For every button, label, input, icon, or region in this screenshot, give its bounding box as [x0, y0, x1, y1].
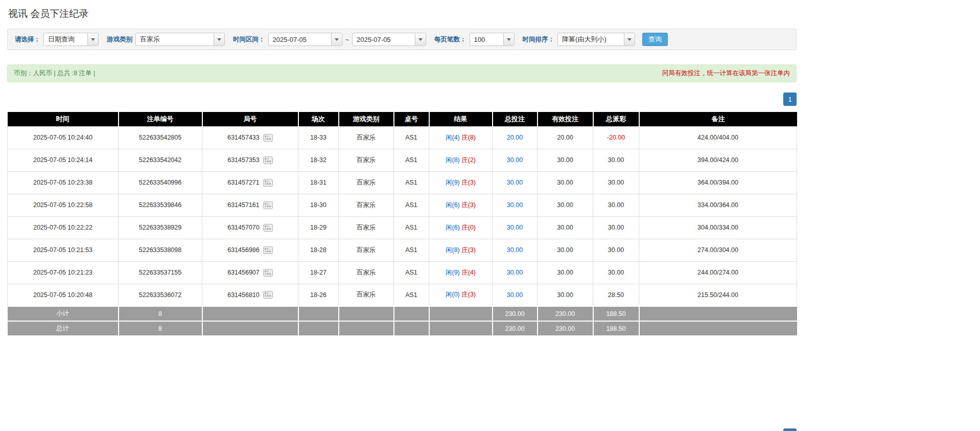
roadmap-button[interactable] [263, 134, 273, 142]
time-cell: 2025-07-05 10:21:53 [8, 239, 119, 261]
game-type-cell: 百家乐 [339, 171, 394, 194]
page-size-label: 每页笔数： [434, 35, 466, 44]
table-row: 2025-07-05 10:20:48522633536072631456810… [8, 284, 797, 306]
sort-order-combo[interactable]: 降冪(由大到小) [557, 33, 635, 46]
total-bet-cell: 30.00 [493, 171, 538, 194]
total-payout: 188.50 [593, 321, 639, 336]
game-type-cell: 百家乐 [339, 216, 394, 239]
table-row: 2025-07-05 10:23:38522633540996631457271… [8, 171, 797, 194]
table-row: 2025-07-05 10:22:58522633539846631457161… [8, 194, 797, 216]
total-bet-link[interactable]: 30.00 [507, 224, 523, 231]
subtotal-empty-cell [202, 306, 298, 321]
total-bet-cell: 30.00 [493, 194, 538, 216]
date-from-combo[interactable]: 2025-07-05 [268, 33, 342, 46]
col-header-time: 时间 [8, 112, 119, 126]
chevron-down-icon[interactable] [214, 33, 224, 46]
player-result: 闲(4) [446, 134, 460, 141]
result-cell: 闲(9) 庄(4) [429, 261, 493, 284]
page-number-button[interactable]: 1 [783, 93, 797, 106]
bet-no-cell: 522633542042 [119, 149, 202, 171]
roadmap-button[interactable] [263, 269, 273, 277]
player-result: 闲(9) [446, 269, 460, 276]
player-result: 闲(6) [446, 224, 460, 231]
pagination-top: 1 [7, 93, 797, 106]
game-type-value: 百家乐 [136, 33, 214, 46]
session-cell: 18-26 [298, 284, 339, 306]
valid-bet-cell: 30.00 [538, 284, 593, 306]
session-cell: 18-28 [298, 239, 339, 261]
roadmap-button[interactable] [263, 246, 273, 254]
header-row: 时间 注单编号 局号 场次 游戏类别 桌号 结果 总投注 有效投注 总派彩 备注 [8, 112, 797, 126]
total-bet-link[interactable]: 20.00 [507, 134, 523, 141]
total-bet-link[interactable]: 30.00 [507, 246, 523, 254]
round-no: 631457433 [227, 134, 260, 141]
bet-no-cell: 522633538098 [119, 239, 202, 261]
total-count: 8 [119, 321, 202, 336]
total-bet-cell: 30.00 [493, 239, 538, 261]
roadmap-icon [263, 201, 273, 209]
table-row: 2025-07-05 10:24:14522633542042631457353… [8, 149, 797, 171]
remark-cell: 274.00/304.00 [639, 239, 797, 261]
total-bet-link[interactable]: 30.00 [507, 179, 523, 186]
select-type-label: 请选择： [15, 35, 40, 44]
chevron-down-icon[interactable] [624, 33, 635, 46]
round-no-cell: 631456810 [202, 284, 298, 306]
col-header-total-bet: 总投注 [493, 112, 538, 126]
subtotal-label: 小计 [8, 306, 119, 321]
time-cell: 2025-07-05 10:20:48 [8, 284, 119, 306]
banker-result: 庄(3) [461, 246, 476, 254]
range-separator: ~ [345, 36, 349, 43]
result-cell: 闲(8) 庄(2) [429, 149, 493, 171]
session-cell: 18-31 [298, 171, 339, 194]
chevron-down-icon[interactable] [415, 33, 426, 46]
payout-cell: 30.00 [593, 216, 639, 239]
round-no-cell: 631457161 [202, 194, 298, 216]
subtotal-row: 小计 8 230.00 230.00 188.50 [8, 306, 797, 321]
total-bet-link[interactable]: 30.00 [507, 291, 523, 299]
chevron-down-icon[interactable] [87, 33, 98, 46]
chevron-down-icon[interactable] [503, 33, 514, 46]
currency-total-text: 币别：人民币 | 总共 :8 注单 | [14, 69, 95, 78]
round-no-cell: 631456907 [202, 261, 298, 284]
total-bet-link[interactable]: 30.00 [507, 201, 523, 209]
date-to-combo[interactable]: 2025-07-05 [352, 33, 426, 46]
game-type-cell: 百家乐 [339, 149, 394, 171]
subtotal-total-bet: 230.00 [493, 306, 538, 321]
roadmap-button[interactable] [263, 179, 273, 187]
player-result: 闲(6) [446, 201, 460, 209]
roadmap-button[interactable] [263, 224, 273, 232]
round-no: 631457353 [227, 156, 260, 164]
game-type-combo[interactable]: 百家乐 [135, 33, 225, 46]
subtotal-empty-cell [298, 306, 339, 321]
roadmap-button[interactable] [263, 156, 273, 164]
bet-no-cell: 522633536072 [119, 284, 202, 306]
player-result: 闲(9) [446, 179, 460, 186]
page-size-combo[interactable]: 100 [470, 33, 515, 46]
search-button[interactable]: 查询 [642, 33, 668, 46]
remark-cell: 215.50/244.00 [639, 284, 797, 306]
payout-cell: 30.00 [593, 171, 639, 194]
roadmap-button[interactable] [263, 201, 273, 209]
total-bet-link[interactable]: 30.00 [507, 156, 523, 164]
remark-cell: 364.00/394.00 [639, 171, 797, 194]
roadmap-button[interactable] [263, 291, 273, 299]
table-no-cell: AS1 [394, 194, 429, 216]
chevron-down-icon[interactable] [331, 33, 342, 46]
remark-cell: 424.00/404.00 [639, 126, 797, 149]
col-header-bet-no: 注单编号 [119, 112, 202, 126]
total-bet-cell: 30.00 [493, 216, 538, 239]
query-type-combo[interactable]: 日期查询 [43, 33, 99, 46]
page-number-button[interactable]: 1 [783, 428, 797, 431]
game-type-cell: 百家乐 [339, 284, 394, 306]
subtotal-empty-cell [639, 306, 797, 321]
payout-cell: 30.00 [593, 149, 639, 171]
page-title: 视讯 会员下注纪录 [8, 7, 797, 20]
col-header-session: 场次 [298, 112, 339, 126]
payout-cell: 30.00 [593, 261, 639, 284]
total-bet-link[interactable]: 30.00 [507, 269, 523, 276]
round-no: 631457161 [227, 201, 260, 209]
banker-result: 庄(3) [461, 291, 476, 298]
player-result: 闲(8) [446, 246, 460, 254]
table-no-cell: AS1 [394, 171, 429, 194]
total-row: 总计 8 230.00 230.00 188.50 [8, 321, 797, 336]
